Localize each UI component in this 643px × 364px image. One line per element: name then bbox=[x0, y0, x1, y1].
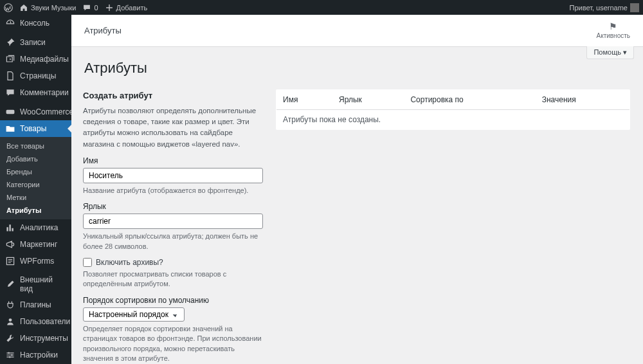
sub-all-products[interactable]: Все товары bbox=[0, 140, 71, 152]
menu-console[interactable]: Консоль bbox=[0, 15, 71, 32]
col-name[interactable]: Имя bbox=[276, 89, 333, 109]
comments-link[interactable]: 0 bbox=[82, 3, 98, 12]
plug-icon bbox=[5, 300, 15, 310]
slug-label: Ярлык bbox=[83, 202, 263, 211]
add-label: Добавить bbox=[116, 4, 148, 12]
sort-select[interactable]: Настроенный порядок bbox=[83, 307, 185, 322]
media-icon bbox=[5, 54, 15, 64]
svg-point-4 bbox=[8, 352, 9, 354]
sort-label: Порядок сортировки по умолчанию bbox=[83, 296, 263, 305]
dashboard-icon bbox=[5, 18, 15, 28]
svg-point-5 bbox=[11, 354, 12, 356]
slug-input[interactable] bbox=[83, 214, 263, 229]
brush-icon bbox=[5, 279, 15, 289]
megaphone-icon bbox=[5, 239, 15, 250]
sliders-icon bbox=[5, 350, 15, 360]
menu-analytics[interactable]: Аналитика bbox=[0, 219, 71, 236]
svg-point-3 bbox=[9, 318, 12, 322]
menu-woocommerce[interactable]: WooCommerce bbox=[0, 104, 71, 120]
breadcrumb: Атрибуты bbox=[84, 26, 122, 35]
table-row-empty: Атрибуты пока не созданы. bbox=[276, 109, 630, 129]
col-slug[interactable]: Ярлык bbox=[332, 89, 404, 109]
menu-marketing[interactable]: Маркетинг bbox=[0, 236, 71, 253]
form-heading: Создать атрибут bbox=[83, 91, 263, 100]
attributes-table: Имя Ярлык Сортировка по Значения Атрибут… bbox=[276, 89, 630, 130]
name-desc: Название атрибута (отображается во фронт… bbox=[83, 186, 263, 196]
menu-plugins[interactable]: Плагины bbox=[0, 296, 71, 313]
menu-appearance[interactable]: Внешний вид bbox=[0, 272, 71, 296]
user-greeting[interactable]: Привет, username bbox=[570, 3, 640, 12]
menu-wpforms[interactable]: WPForms bbox=[0, 253, 71, 269]
comment-icon bbox=[82, 3, 91, 12]
page-icon bbox=[5, 71, 15, 81]
empty-message: Атрибуты пока не созданы. bbox=[276, 109, 630, 129]
menu-settings[interactable]: Настройки bbox=[0, 347, 71, 363]
comments-icon bbox=[5, 87, 15, 98]
home-icon bbox=[19, 3, 28, 12]
svg-point-6 bbox=[9, 356, 10, 358]
col-sort[interactable]: Сортировка по bbox=[404, 89, 535, 109]
content-area: Атрибуты ⚑ Активность Помощь ▾ Атрибуты … bbox=[71, 15, 643, 364]
svg-rect-1 bbox=[6, 110, 15, 114]
page-header: Атрибуты ⚑ Активность bbox=[71, 15, 643, 47]
sub-attributes[interactable]: Атрибуты bbox=[0, 204, 71, 217]
admin-sidebar: Консоль Записи Медиафайлы Страницы Комме… bbox=[0, 15, 71, 364]
sub-brands[interactable]: Бренды bbox=[0, 165, 71, 178]
wp-logo[interactable] bbox=[4, 3, 13, 12]
admin-bar: Звуки Музыки 0 Добавить Привет, username bbox=[0, 0, 643, 15]
name-label: Имя bbox=[83, 156, 263, 165]
col-values[interactable]: Значения bbox=[536, 89, 630, 109]
activity-button[interactable]: ⚑ Активность bbox=[596, 21, 630, 40]
site-name: Звуки Музыки bbox=[31, 4, 76, 12]
add-attribute-form: Создать атрибут Атрибуты позволяют опред… bbox=[83, 89, 263, 364]
folder-icon bbox=[5, 123, 15, 134]
add-new-link[interactable]: Добавить bbox=[105, 3, 148, 12]
menu-pages[interactable]: Страницы bbox=[0, 68, 71, 84]
menu-posts[interactable]: Записи bbox=[0, 34, 71, 51]
analytics-icon bbox=[5, 223, 15, 233]
menu-products[interactable]: Товары bbox=[0, 120, 71, 137]
archive-desc: Позволяет просматривать списки товаров с… bbox=[83, 269, 263, 289]
pin-icon bbox=[5, 37, 15, 48]
woo-icon bbox=[5, 107, 15, 117]
comments-count: 0 bbox=[94, 4, 98, 12]
slug-desc: Уникальный ярлык/ссылка атрибута; должен… bbox=[83, 232, 263, 251]
menu-tools[interactable]: Инструменты bbox=[0, 330, 71, 347]
avatar bbox=[630, 3, 639, 12]
name-input[interactable] bbox=[83, 168, 263, 183]
archive-label: Включить архивы? bbox=[96, 258, 163, 267]
wrench-icon bbox=[5, 333, 15, 343]
help-tab[interactable]: Помощь ▾ bbox=[586, 46, 634, 59]
sub-categories[interactable]: Категории bbox=[0, 178, 71, 191]
sub-tags[interactable]: Метки bbox=[0, 191, 71, 204]
user-icon bbox=[5, 316, 15, 327]
form-intro: Атрибуты позволяют определять дополнител… bbox=[83, 105, 263, 150]
flag-icon: ⚑ bbox=[596, 21, 630, 32]
form-icon bbox=[5, 256, 15, 266]
attributes-table-wrap: Имя Ярлык Сортировка по Значения Атрибут… bbox=[276, 89, 630, 364]
submenu-products: Все товары Добавить Бренды Категории Мет… bbox=[0, 137, 71, 219]
page-title: Атрибуты bbox=[83, 60, 630, 77]
plus-icon bbox=[105, 3, 114, 12]
sort-desc: Определяет порядок сортировки значений н… bbox=[83, 324, 263, 364]
menu-media[interactable]: Медиафайлы bbox=[0, 51, 71, 68]
menu-comments[interactable]: Комментарии bbox=[0, 84, 71, 101]
archive-checkbox[interactable] bbox=[83, 258, 92, 267]
wordpress-icon bbox=[4, 3, 13, 12]
site-link[interactable]: Звуки Музыки bbox=[19, 3, 76, 12]
sub-add[interactable]: Добавить bbox=[0, 152, 71, 165]
menu-users[interactable]: Пользователи bbox=[0, 313, 71, 330]
